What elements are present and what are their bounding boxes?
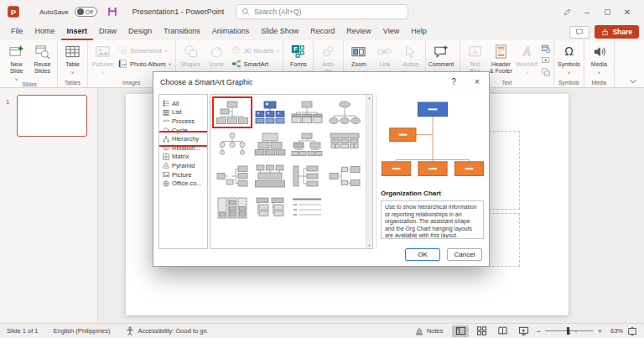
pyramid-category-icon	[163, 162, 169, 169]
smartart-button[interactable]: SmartArt	[231, 59, 280, 69]
zoom-level[interactable]: 63%	[606, 327, 623, 335]
tab-record[interactable]: Record	[304, 23, 340, 40]
normal-view-icon[interactable]	[452, 325, 469, 337]
new-slide-button[interactable]: New Slide∨	[3, 41, 29, 81]
comments-icon[interactable]	[569, 26, 589, 39]
tab-home[interactable]: Home	[29, 23, 61, 40]
reading-view-icon[interactable]	[494, 325, 511, 337]
fit-slide-icon[interactable]	[627, 326, 637, 336]
smartart-thumbnail-architecture-layout[interactable]	[216, 195, 249, 221]
smartart-thumbnail-table-hierarchy[interactable]	[328, 132, 361, 157]
table-button[interactable]: Table∨	[60, 41, 86, 75]
powerpoint-window: P AutoSave Off Presentation1 - PowerPoin…	[0, 0, 644, 338]
comment-button[interactable]: Comment	[428, 41, 454, 68]
smartart-thumbnail-lined-list[interactable]	[290, 195, 324, 221]
date-time-icon[interactable]	[541, 44, 551, 54]
collapse-ribbon-icon[interactable]	[628, 76, 638, 85]
slide-number-icon[interactable]: #	[541, 55, 551, 65]
chevron-down-icon: ∨	[101, 70, 104, 75]
cancel-button[interactable]: Cancel	[447, 248, 482, 261]
smartart-thumbnail-horizontal-hierarchy[interactable]	[290, 164, 324, 189]
tab-review[interactable]: Review	[340, 23, 377, 40]
close-button[interactable]: ✕	[617, 2, 637, 22]
slideshow-view-icon[interactable]	[515, 325, 532, 337]
ribbon-small-stack: Screenshot∨Photo Album∨	[116, 41, 174, 69]
category-process[interactable]: Process	[159, 117, 207, 126]
category-hierarchy[interactable]: Hierarchy	[159, 134, 207, 143]
ribbon-group-content: Media∨	[586, 41, 612, 80]
category-picture[interactable]: Picture	[159, 170, 207, 179]
zoom-out-icon[interactable]: −	[536, 327, 540, 335]
smartart-thumbnail-name-and-title-organization-chart[interactable]	[290, 100, 324, 125]
language-label[interactable]: English (Philippines)	[54, 327, 111, 335]
notes-button[interactable]: Notes	[414, 326, 444, 336]
title-bar: P AutoSave Off Presentation1 - PowerPoin…	[0, 0, 644, 23]
category-all[interactable]: All	[159, 99, 207, 108]
category-list[interactable]: List	[159, 108, 207, 117]
media-button[interactable]: Media∨	[586, 41, 612, 75]
ok-button[interactable]: OK	[405, 248, 440, 261]
tab-transitions[interactable]: Transitions	[158, 23, 206, 40]
category-label: Matrix	[172, 153, 189, 160]
tab-help[interactable]: Help	[405, 23, 433, 40]
grid-scrollbar[interactable]: ▲▼	[366, 95, 372, 248]
category-cycle[interactable]: Cycle	[159, 126, 207, 135]
autosave-toggle[interactable]: Off	[75, 7, 97, 17]
zoom-in-icon[interactable]: +	[598, 327, 602, 335]
search-icon	[242, 8, 250, 16]
search-box[interactable]	[236, 4, 408, 19]
share-button[interactable]: Share	[595, 25, 639, 39]
object-icon[interactable]	[541, 67, 551, 77]
smartart-thumbnail-picture-organization-chart[interactable]	[253, 100, 287, 125]
header-footer-button[interactable]: Header & Footer	[488, 41, 514, 75]
forms-button[interactable]: FForms	[285, 41, 311, 68]
reuse-slides-button[interactable]: Reuse Slides	[29, 41, 55, 75]
ribbon-button-label: Action	[402, 61, 418, 68]
chevron-down-icon: ∨	[525, 70, 528, 75]
smartart-thumbnail-horizontal-organization-chart[interactable]	[216, 164, 249, 189]
slide-thumbnail[interactable]	[17, 95, 87, 137]
smartart-grid: ▲▼	[210, 94, 373, 249]
zoom-slider[interactable]	[545, 325, 594, 337]
dialog-header[interactable]: Choose a SmartArt Graphic ? ×	[153, 72, 489, 91]
new-slide-icon	[8, 44, 24, 60]
tab-slide-show[interactable]: Slide Show	[255, 23, 304, 40]
accessibility-status[interactable]: Accessibility: Good to go	[125, 326, 206, 336]
reuse-slides-icon	[34, 44, 50, 60]
tab-design[interactable]: Design	[122, 23, 158, 40]
smartart-thumbnail-circle-picture-hierarchy[interactable]	[216, 132, 249, 157]
category-office-co[interactable]: Office.co...	[159, 179, 207, 188]
dialog-help-button[interactable]: ?	[442, 72, 465, 91]
search-input[interactable]	[254, 8, 402, 16]
smartart-thumbnail-organization-chart[interactable]	[216, 100, 249, 125]
category-matrix[interactable]: Matrix	[159, 153, 207, 162]
smartart-thumbnail-labeled-hierarchy[interactable]	[253, 132, 287, 157]
ribbon-button-label: Table	[65, 61, 80, 68]
category-pyramid[interactable]: Pyramid	[159, 161, 207, 170]
smartart-thumbnail-hierarchy[interactable]	[290, 132, 324, 157]
photo-album-button[interactable]: Photo Album∨	[117, 59, 172, 69]
draw-pen-icon[interactable]	[557, 2, 577, 22]
smartart-thumbnail-half-circle-organization-chart[interactable]	[328, 100, 361, 125]
tab-animations[interactable]: Animations	[206, 23, 256, 40]
dialog-close-icon[interactable]: ×	[465, 72, 489, 91]
minimize-button[interactable]: –	[577, 2, 597, 22]
smartart-thumbnail-horizontal-labeled-hierarchy[interactable]	[328, 164, 361, 189]
tab-draw[interactable]: Draw	[93, 23, 122, 40]
tab-file[interactable]: File	[5, 23, 29, 40]
ribbon-group-tables: Table∨Tables	[58, 40, 88, 87]
smartart-thumbnail-stacked-table-hierarchy[interactable]	[253, 164, 287, 189]
tab-view[interactable]: View	[377, 23, 405, 40]
smartart-thumbnail-hierarchy-list[interactable]	[253, 195, 287, 221]
tab-insert[interactable]: Insert	[61, 23, 94, 40]
zoom-slider-thumb[interactable]	[567, 327, 570, 335]
menu-bar: FileHomeInsertDrawDesignTransitionsAnima…	[0, 23, 644, 40]
zoom-button[interactable]: Zoom	[345, 41, 371, 68]
ribbon-button-label: Link	[380, 61, 391, 68]
maximize-button[interactable]	[597, 2, 617, 22]
slide-sorter-view-icon[interactable]	[473, 325, 490, 337]
category-relation[interactable]: Relation...	[159, 143, 207, 153]
symbols-button[interactable]: ΩSymbols∨	[556, 41, 582, 75]
save-icon[interactable]	[106, 6, 118, 18]
icons-icon	[209, 44, 225, 60]
